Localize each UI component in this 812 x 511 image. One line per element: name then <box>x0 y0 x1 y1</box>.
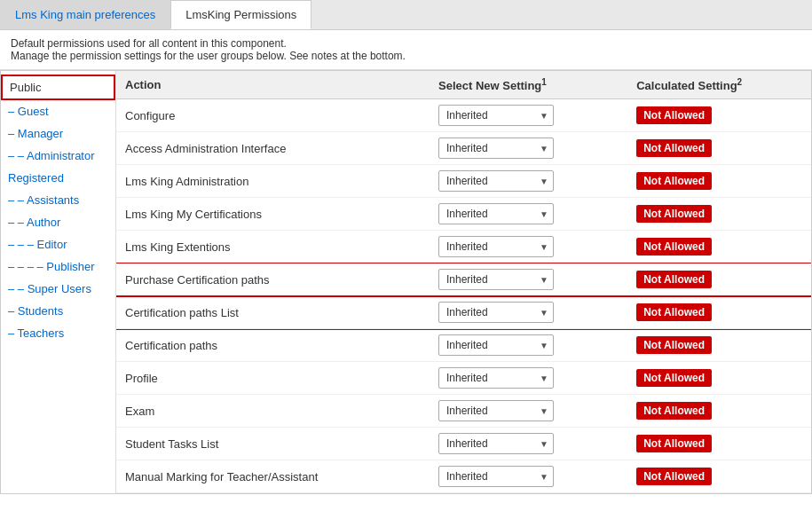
group-item-teachers[interactable]: – Teachers <box>1 322 115 344</box>
action-cell: Certification paths List <box>116 296 430 329</box>
group-item-editor[interactable]: – – – Editor <box>1 233 115 256</box>
select-cell[interactable]: InheritedAllowedNot Allowed▼ <box>430 395 627 428</box>
select-cell[interactable]: InheritedAllowedNot Allowed▼ <box>430 198 627 231</box>
setting-select[interactable]: InheritedAllowedNot Allowed <box>438 269 554 290</box>
calculated-cell: Not Allowed <box>627 231 811 263</box>
select-cell[interactable]: InheritedAllowedNot Allowed▼ <box>430 460 627 493</box>
table-row: Lms King ExtentionsInheritedAllowedNot A… <box>116 231 811 263</box>
setting-select[interactable]: InheritedAllowedNot Allowed <box>438 400 554 421</box>
not-allowed-badge: Not Allowed <box>636 336 712 354</box>
not-allowed-badge: Not Allowed <box>636 369 712 387</box>
setting-select[interactable]: InheritedAllowedNot Allowed <box>438 105 554 126</box>
group-link-editor[interactable]: – – – Editor <box>8 238 67 251</box>
select-cell[interactable]: InheritedAllowedNot Allowed▼ <box>430 428 627 460</box>
select-cell[interactable]: InheritedAllowedNot Allowed▼ <box>430 362 627 395</box>
calculated-cell: Not Allowed <box>627 296 811 329</box>
not-allowed-badge: Not Allowed <box>636 106 712 124</box>
table-row: Certification pathsInheritedAllowedNot A… <box>116 329 811 362</box>
group-item-public[interactable]: Public <box>1 75 115 100</box>
col-calc-header: Calculated Setting2 <box>627 71 811 99</box>
table-row: Lms King AdministrationInheritedAllowedN… <box>116 165 811 198</box>
group-link-administrator[interactable]: – – Administrator <box>8 149 95 162</box>
left-panel: Public– Guest– Manager– – AdministratorR… <box>1 71 116 493</box>
group-item-superusers[interactable]: – – Super Users <box>1 278 115 300</box>
group-link-superusers[interactable]: – – Super Users <box>8 282 91 295</box>
right-panel: Action Select New Setting1 Calculated Se… <box>116 71 811 493</box>
col-action-header: Action <box>116 71 430 99</box>
group-item-registered[interactable]: Registered <box>1 167 115 189</box>
setting-select[interactable]: InheritedAllowedNot Allowed <box>438 433 554 454</box>
not-allowed-badge: Not Allowed <box>636 205 712 223</box>
action-cell: Exam <box>116 395 430 428</box>
col-select-header: Select New Setting1 <box>430 71 627 99</box>
group-link-guest[interactable]: – Guest <box>8 105 49 118</box>
table-row: ConfigureInheritedAllowedNot Allowed▼Not… <box>116 99 811 132</box>
action-cell: Lms King My Certifications <box>116 198 430 231</box>
action-cell: Profile <box>116 362 430 395</box>
table-row: Manual Marking for Teacher/AssistantInhe… <box>116 460 811 493</box>
setting-select[interactable]: InheritedAllowedNot Allowed <box>438 203 554 224</box>
table-row: Lms King My CertificationsInheritedAllow… <box>116 198 811 231</box>
tabs-bar: Lms King main preferences LmsKing Permis… <box>0 0 812 30</box>
group-item-manager[interactable]: – Manager <box>1 122 115 145</box>
table-row: Access Administration InterfaceInherited… <box>116 132 811 165</box>
select-cell[interactable]: InheritedAllowedNot Allowed▼ <box>430 296 627 329</box>
calculated-cell: Not Allowed <box>627 460 811 493</box>
table-row: ExamInheritedAllowedNot Allowed▼Not Allo… <box>116 395 811 428</box>
calculated-cell: Not Allowed <box>627 428 811 460</box>
group-item-publisher[interactable]: – – – – Publisher <box>1 256 115 278</box>
group-item-administrator[interactable]: – – Administrator <box>1 145 115 167</box>
calculated-cell: Not Allowed <box>627 395 811 428</box>
select-cell[interactable]: InheritedAllowedNot Allowed▼ <box>430 329 627 362</box>
select-cell[interactable]: InheritedAllowedNot Allowed▼ <box>430 132 627 165</box>
calculated-cell: Not Allowed <box>627 165 811 198</box>
not-allowed-badge: Not Allowed <box>636 468 712 485</box>
permissions-table: Action Select New Setting1 Calculated Se… <box>116 71 811 493</box>
calculated-cell: Not Allowed <box>627 362 811 395</box>
main-content: Public– Guest– Manager– – AdministratorR… <box>0 70 812 494</box>
select-cell[interactable]: InheritedAllowedNot Allowed▼ <box>430 263 627 296</box>
select-cell[interactable]: InheritedAllowedNot Allowed▼ <box>430 165 627 198</box>
group-link-assistants[interactable]: – – Assistants <box>8 193 79 207</box>
tab-permissions[interactable]: LmsKing Permissions <box>170 0 311 29</box>
table-row: Certification paths ListInheritedAllowed… <box>116 296 811 329</box>
setting-select[interactable]: InheritedAllowedNot Allowed <box>438 138 554 159</box>
setting-select[interactable]: InheritedAllowedNot Allowed <box>438 236 554 257</box>
group-link-manager[interactable]: – Manager <box>8 127 63 140</box>
calculated-cell: Not Allowed <box>627 263 811 296</box>
description-block: Default permissions used for all content… <box>0 30 812 70</box>
not-allowed-badge: Not Allowed <box>636 303 712 321</box>
group-item-guest[interactable]: – Guest <box>1 100 115 122</box>
group-item-students[interactable]: – Students <box>1 300 115 322</box>
setting-select[interactable]: InheritedAllowedNot Allowed <box>438 302 554 323</box>
action-cell: Certification paths <box>116 329 430 362</box>
setting-select[interactable]: InheritedAllowedNot Allowed <box>438 367 554 389</box>
not-allowed-badge: Not Allowed <box>636 238 712 256</box>
group-link-author[interactable]: – – Author <box>8 216 60 229</box>
group-link-students[interactable]: – Students <box>8 304 63 318</box>
not-allowed-badge: Not Allowed <box>636 402 712 420</box>
action-cell: Lms King Administration <box>116 165 430 198</box>
tab-main-prefs[interactable]: Lms King main preferences <box>0 0 170 29</box>
select-cell[interactable]: InheritedAllowedNot Allowed▼ <box>430 99 627 132</box>
group-link-publisher[interactable]: – – – – Publisher <box>8 260 95 273</box>
calculated-cell: Not Allowed <box>627 198 811 231</box>
not-allowed-badge: Not Allowed <box>636 139 712 157</box>
group-item-assistants[interactable]: – – Assistants <box>1 189 115 211</box>
group-link-teachers[interactable]: – Teachers <box>8 326 64 340</box>
action-cell: Manual Marking for Teacher/Assistant <box>116 460 430 493</box>
calculated-cell: Not Allowed <box>627 132 811 165</box>
calculated-cell: Not Allowed <box>627 329 811 362</box>
description-line2: Manage the permission settings for the u… <box>11 50 801 62</box>
setting-select[interactable]: InheritedAllowedNot Allowed <box>438 170 554 192</box>
not-allowed-badge: Not Allowed <box>636 435 712 452</box>
table-row: Student Tasks ListInheritedAllowedNot Al… <box>116 428 811 460</box>
group-link-registered[interactable]: Registered <box>8 171 64 185</box>
not-allowed-badge: Not Allowed <box>636 172 712 190</box>
group-item-author[interactable]: – – Author <box>1 211 115 233</box>
action-cell: Lms King Extentions <box>116 231 430 263</box>
select-cell[interactable]: InheritedAllowedNot Allowed▼ <box>430 231 627 263</box>
setting-select[interactable]: InheritedAllowedNot Allowed <box>438 334 554 356</box>
setting-select[interactable]: InheritedAllowedNot Allowed <box>438 466 554 487</box>
action-cell: Student Tasks List <box>116 428 430 460</box>
